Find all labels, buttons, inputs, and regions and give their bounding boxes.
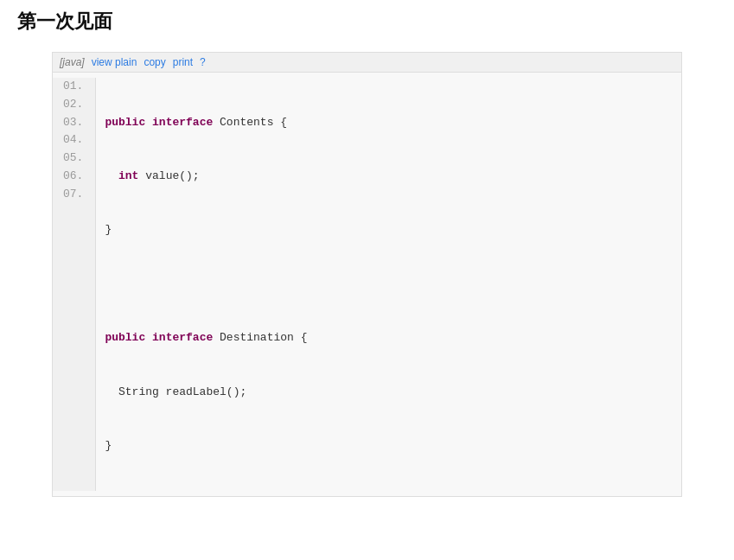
copy-1[interactable]: copy: [144, 56, 165, 68]
page-title: 第一次见面: [0, 0, 734, 43]
code-lines-1: public interface Contents { int value();…: [96, 78, 681, 491]
view-plain-1[interactable]: view plain: [92, 56, 137, 68]
print-1[interactable]: print: [173, 56, 193, 68]
help-1[interactable]: ?: [200, 56, 206, 68]
line-numbers-1: 01. 02. 03. 04. 05. 06. 07.: [53, 78, 96, 491]
code-block-1: [java] view plain copy print ? 01. 02. 0…: [52, 52, 682, 497]
code-toolbar-1: [java] view plain copy print ?: [53, 53, 681, 73]
lang-tag-1: [java]: [60, 56, 85, 68]
code-content-1: 01. 02. 03. 04. 05. 06. 07. public inter…: [53, 73, 681, 496]
